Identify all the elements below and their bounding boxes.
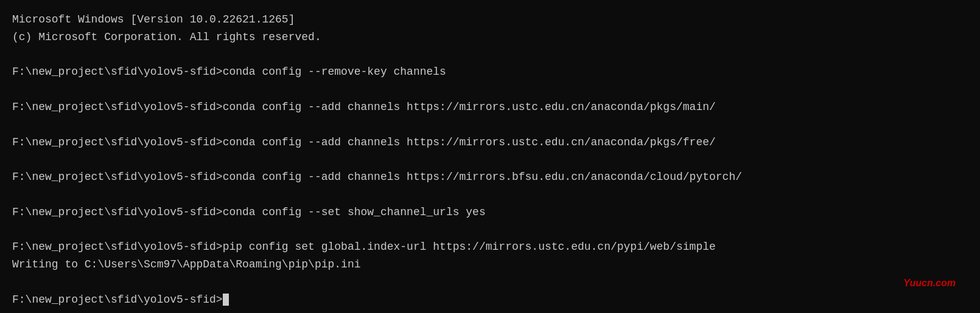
terminal-line: F:\new_project\sfid\yolov5-sfid>conda co…	[12, 63, 968, 81]
terminal-cursor	[223, 294, 229, 306]
terminal-output: Microsoft Windows [Version 10.0.22621.12…	[12, 11, 968, 309]
terminal-line: Writing to C:\Users\Scm97\AppData\Roamin…	[12, 256, 968, 273]
terminal-line	[12, 81, 968, 98]
watermark: Yuucn.com	[903, 275, 956, 291]
terminal-line	[12, 221, 968, 239]
terminal-line	[12, 46, 968, 64]
terminal-line: F:\new_project\sfid\yolov5-sfid>conda co…	[12, 168, 968, 186]
terminal-line: F:\new_project\sfid\yolov5-sfid>conda co…	[12, 134, 968, 151]
terminal-line: F:\new_project\sfid\yolov5-sfid>conda co…	[12, 98, 968, 116]
terminal-line: F:\new_project\sfid\yolov5-sfid>	[12, 291, 968, 309]
terminal-line	[12, 116, 968, 134]
terminal-line: (c) Microsoft Corporation. All rights re…	[12, 29, 968, 46]
terminal-line	[12, 186, 968, 204]
terminal-line: Microsoft Windows [Version 10.0.22621.12…	[12, 11, 968, 29]
terminal-line	[12, 151, 968, 168]
terminal-line	[12, 273, 968, 291]
terminal-line: F:\new_project\sfid\yolov5-sfid>pip conf…	[12, 238, 968, 256]
terminal-line: F:\new_project\sfid\yolov5-sfid>conda co…	[12, 204, 968, 221]
terminal-window: Microsoft Windows [Version 10.0.22621.12…	[12, 11, 968, 302]
